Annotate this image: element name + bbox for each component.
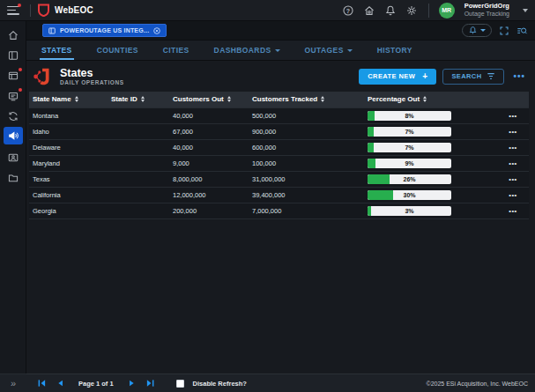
view-more-button[interactable]: ••• [510, 71, 528, 81]
progress-bar: 3% [368, 206, 451, 216]
cell-customers-out: 8,000,000 [169, 171, 249, 187]
cell-percentage-out: 7% [364, 123, 494, 139]
create-new-button[interactable]: CREATE NEW + [359, 69, 436, 85]
progress-bar: 7% [368, 143, 451, 152]
cell-customers-out: 40,000 [169, 107, 249, 123]
sidebar-item-sync[interactable] [4, 107, 23, 125]
row-more-button[interactable]: ••• [494, 107, 529, 123]
fullscreen-icon[interactable] [499, 26, 509, 36]
cell-state-name: Georgia [29, 203, 108, 218]
nav-tabs: STATES COUNTIES CITIES DASHBOARDS OUTAGE… [26, 41, 535, 61]
column-header-customers-out[interactable]: Customers Out [169, 92, 249, 107]
next-page-button[interactable] [128, 379, 137, 388]
sidebar-item-messages[interactable] [4, 87, 23, 105]
row-more-button[interactable]: ••• [494, 123, 529, 139]
sidebar-expand-button[interactable]: » [0, 374, 26, 392]
sidebar-item-files[interactable] [4, 169, 23, 187]
progress-label: 9% [368, 159, 451, 168]
main-content: States DAILY OPERATIONS CREATE NEW + SEA… [26, 61, 535, 374]
webeoc-logo [38, 4, 49, 17]
table-row: Maryland 9,000 100,000 9% ••• [29, 155, 529, 171]
tab-history[interactable]: HISTORY [375, 46, 414, 60]
menu-toggle-icon[interactable] [7, 5, 19, 16]
table-row: Texas 8,000,000 31,000,000 26% ••• [29, 171, 529, 187]
search-button[interactable]: SEARCH [442, 69, 504, 85]
notification-dot [18, 4, 21, 7]
column-label: Customers Out [173, 95, 224, 103]
org-subtitle: Outage Tracking [464, 11, 509, 18]
table-row: Idaho 67,000 900,000 7% ••• [29, 123, 529, 139]
divider [428, 4, 429, 18]
sidebar-item-contacts[interactable] [4, 149, 23, 166]
sidebar-item-home[interactable] [4, 26, 23, 44]
org-info: PowerGridOrg Outage Tracking [464, 3, 509, 18]
row-more-button[interactable]: ••• [494, 171, 529, 187]
sidebar-item-boards[interactable] [4, 47, 23, 64]
row-more-button[interactable]: ••• [494, 139, 529, 155]
table-header-row: State Name State ID Customers Out Custom… [29, 92, 529, 107]
cell-state-name: Idaho [29, 123, 108, 139]
cell-customers-out: 40,000 [169, 139, 249, 155]
column-label: State ID [111, 95, 137, 103]
notifications-bell-icon[interactable] [384, 4, 398, 17]
divider [30, 4, 31, 17]
progress-bar: 9% [368, 159, 451, 168]
settings-gear-icon[interactable] [405, 4, 419, 17]
close-icon[interactable] [152, 26, 161, 35]
row-more-button[interactable]: ••• [494, 203, 529, 218]
topbar-actions: ? MR PowerGridOrg Outage Tracking [342, 3, 535, 18]
org-name: PowerGridOrg [464, 3, 509, 11]
previous-page-button[interactable] [56, 379, 64, 388]
sidebar-toggle-wrap [0, 5, 26, 16]
notification-dot [19, 88, 22, 92]
column-header-percentage-out[interactable]: Percentage Out [364, 92, 494, 107]
juvare-board-logo [32, 65, 55, 88]
progress-bar: 30% [368, 190, 451, 200]
column-header-state-id[interactable]: State ID [108, 92, 169, 107]
row-more-button[interactable]: ••• [494, 187, 529, 203]
home-settings-icon[interactable] [363, 4, 376, 17]
cell-state-id [108, 155, 169, 171]
row-more-button[interactable]: ••• [494, 155, 529, 171]
column-header-state-name[interactable]: State Name [29, 92, 108, 107]
cell-customers-tracked: 7,000,000 [249, 203, 364, 218]
search-label: SEARCH [451, 72, 481, 80]
board-search-icon[interactable] [516, 26, 528, 36]
cell-customers-tracked: 100,000 [249, 155, 364, 171]
tab-label: DASHBOARDS [214, 46, 271, 55]
sort-icon [227, 96, 231, 102]
tab-counties[interactable]: COUNTIES [95, 46, 140, 60]
tab-label: STATES [41, 46, 72, 55]
page-title: States [60, 67, 124, 79]
help-icon[interactable]: ? [342, 4, 355, 17]
profile-chevron-down-icon[interactable] [523, 9, 528, 12]
alerts-dropdown-button[interactable] [462, 24, 492, 37]
view-header: States DAILY OPERATIONS CREATE NEW + SEA… [26, 61, 535, 92]
cell-state-name: California [29, 187, 108, 203]
cell-customers-tracked: 31,000,000 [249, 171, 364, 187]
progress-label: 26% [368, 174, 451, 184]
tab-cities[interactable]: CITIES [161, 46, 191, 60]
disable-refresh-label: Disable Refresh? [193, 380, 247, 388]
active-board-chip[interactable]: POWEROUTAGE US INTEG... [42, 24, 167, 37]
user-avatar[interactable]: MR [439, 3, 455, 18]
sidebar-item-notifications-active[interactable] [4, 127, 23, 144]
cell-customers-tracked: 500,000 [249, 107, 364, 123]
column-header-customers-tracked[interactable]: Customers Tracked [249, 92, 364, 107]
tab-states[interactable]: STATES [40, 46, 74, 60]
cell-customers-tracked: 900,000 [249, 123, 364, 139]
cell-percentage-out: 3% [364, 203, 494, 218]
sidebar-item-plugins[interactable] [4, 67, 23, 85]
last-page-button[interactable] [145, 379, 155, 388]
cell-state-name: Texas [29, 171, 108, 187]
disable-refresh-checkbox[interactable] [176, 380, 184, 388]
first-page-button[interactable] [37, 379, 47, 388]
progress-bar: 7% [368, 127, 451, 137]
cell-state-name: Maryland [29, 155, 108, 171]
tab-outages[interactable]: OUTAGES [303, 46, 354, 60]
table-row: Delaware 40,000 600,000 7% ••• [29, 139, 529, 155]
left-sidebar: » [0, 21, 26, 392]
tab-dashboards[interactable]: DASHBOARDS [212, 46, 282, 60]
progress-label: 8% [368, 111, 451, 121]
sort-icon [141, 96, 145, 102]
